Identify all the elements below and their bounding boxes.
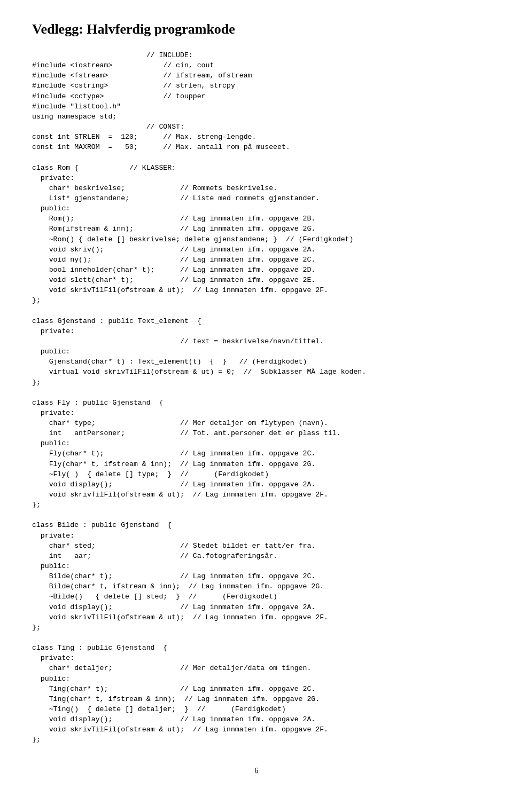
page-title: Vedlegg: Halvferdig programkode — [32, 21, 481, 37]
code-content: // INCLUDE: #include <iostream> // cin, … — [32, 50, 481, 745]
page-number: 6 — [32, 767, 481, 775]
